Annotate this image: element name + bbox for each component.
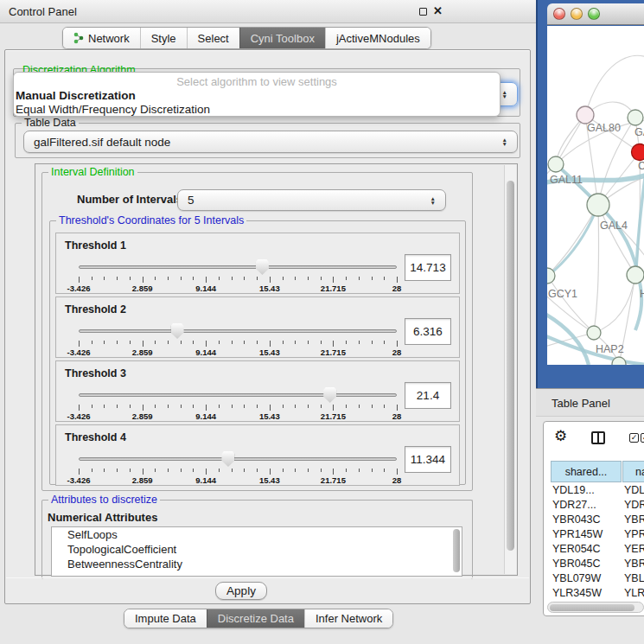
threshold-slider[interactable]: -3.4262.8599.14415.4321.71528 xyxy=(79,387,397,417)
tab-select[interactable]: Select xyxy=(187,28,239,48)
threshold-slider[interactable]: -3.4262.8599.14415.4321.71528 xyxy=(79,259,397,289)
threshold-value-field[interactable]: 11.344 xyxy=(405,446,451,473)
thresholds-group-label: Threshold's Coordinates for 5 Intervals xyxy=(56,214,246,226)
attribute-item[interactable]: TopologicalCoefficient xyxy=(52,542,462,557)
column-header-name[interactable]: na xyxy=(622,461,644,482)
slider-tick xyxy=(104,341,105,344)
gear-icon[interactable]: ⚙ xyxy=(554,427,567,445)
table-row[interactable]: YBR045CYBR0 xyxy=(544,557,644,571)
network-node-label: HAP2 xyxy=(596,343,624,355)
slider-tick-label: 21.715 xyxy=(321,411,346,421)
tab-discretize-data[interactable]: Discretize Data xyxy=(207,609,304,628)
network-window-titlebar[interactable] xyxy=(547,3,644,25)
zoom-traffic-light-icon[interactable] xyxy=(588,8,600,20)
table-row[interactable]: YBL079WYBL0 xyxy=(544,571,644,586)
slider-tick xyxy=(308,341,309,344)
threshold-slider[interactable]: -3.4262.8599.14415.4321.71528 xyxy=(79,451,397,481)
attribute-item[interactable]: BetweennessCentrality xyxy=(52,557,462,571)
attribute-item[interactable]: SelfLoops xyxy=(52,527,462,542)
slider-tick xyxy=(346,341,347,344)
select-columns-icons[interactable]: ✓ ✓ xyxy=(629,433,644,443)
table-data-combo[interactable]: galFiltered.sif default node ▲▼ xyxy=(23,131,518,153)
tab-impute-data[interactable]: Impute Data xyxy=(124,609,207,628)
tab-cyni-toolbox[interactable]: Cyni Toolbox xyxy=(239,28,325,48)
slider-tick xyxy=(397,341,398,347)
network-node-gal4[interactable] xyxy=(587,194,609,216)
table-panel-title: Table Panel xyxy=(552,397,610,410)
slider-tick xyxy=(295,405,296,408)
threshold-panel: Threshold 4 -3.4262.8599.14415.4321.7152… xyxy=(55,424,460,486)
threshold-value-field[interactable]: 14.713 xyxy=(405,254,451,281)
number-of-intervals-combo[interactable]: 5 ▲▼ xyxy=(177,189,446,211)
algorithm-option-1[interactable]: Manual Discretization xyxy=(16,89,136,102)
slider-tick xyxy=(346,277,347,280)
table-row[interactable]: YDL19...YDL1 xyxy=(544,483,644,498)
cell-name: YDR2 xyxy=(624,499,644,511)
slider-tick xyxy=(397,277,398,283)
slider-tick xyxy=(79,341,80,347)
interval-definition-label: Interval Definition xyxy=(48,166,137,178)
table-row[interactable]: YDR27...YDR2 xyxy=(544,498,644,513)
cell-name: YDL1 xyxy=(624,484,644,496)
cell-name: YBR0 xyxy=(624,558,644,570)
slider-track[interactable] xyxy=(79,265,397,269)
attributes-group: Attributes to discretize Numerical Attri… xyxy=(41,500,473,579)
slider-tick-label: 21.715 xyxy=(321,475,346,485)
network-node-hap2[interactable] xyxy=(587,326,601,340)
slider-tick xyxy=(384,277,385,280)
columns-icon[interactable] xyxy=(591,431,605,444)
algorithm-option-2[interactable]: Equal Width/Frequency Discretization xyxy=(16,103,210,116)
settings-scrollbar[interactable] xyxy=(504,165,516,574)
slider-track[interactable] xyxy=(79,393,397,397)
apply-button[interactable]: Apply xyxy=(215,582,267,600)
tab-jactivemnodules[interactable]: jActiveMNodules xyxy=(325,28,430,48)
table-hscrollbar[interactable] xyxy=(547,602,644,613)
table-row[interactable]: YBR043CYBR0 xyxy=(544,513,644,527)
slider-tick xyxy=(372,469,373,472)
list-scrollbar[interactable] xyxy=(452,529,461,575)
slider-thumb-icon[interactable] xyxy=(221,451,234,467)
close-traffic-light-icon[interactable] xyxy=(553,8,565,20)
threshold-value-field[interactable]: 6.316 xyxy=(405,318,451,345)
tab-style[interactable]: Style xyxy=(140,28,187,48)
slider-tick xyxy=(104,405,105,408)
checkbox-icon[interactable]: ✓ xyxy=(641,433,644,443)
minimize-traffic-light-icon[interactable] xyxy=(571,8,583,20)
table-row[interactable]: YER054CYER0 xyxy=(544,542,644,557)
network-node-h[interactable] xyxy=(627,266,644,284)
slider-tick xyxy=(143,469,143,475)
slider-tick xyxy=(143,341,143,347)
slider-tick xyxy=(181,469,182,472)
slider-tick xyxy=(244,469,245,472)
numerical-attributes-list[interactable]: SelfLoopsTopologicalCoefficientBetweenne… xyxy=(51,526,462,577)
network-node-ga[interactable] xyxy=(628,110,643,125)
slider-tick xyxy=(308,277,309,280)
slider-thumb-icon[interactable] xyxy=(171,323,184,339)
checkbox-icon[interactable]: ✓ xyxy=(629,433,639,443)
slider-track[interactable] xyxy=(79,457,397,461)
network-node-label: GA xyxy=(634,126,644,138)
tab-network[interactable]: Network xyxy=(63,28,140,48)
slider-track[interactable] xyxy=(79,329,397,333)
slider-thumb-icon[interactable] xyxy=(323,387,336,403)
threshold-slider[interactable]: -3.4262.8599.14415.4321.71528 xyxy=(79,323,397,353)
float-window-icon[interactable] xyxy=(419,8,427,16)
tab-infer-network[interactable]: Infer Network xyxy=(304,609,392,628)
table-row[interactable]: YPR145WYPR1 xyxy=(544,527,644,542)
table-row[interactable]: YLR345WYLR3 xyxy=(544,586,644,601)
close-icon[interactable]: ✕ xyxy=(433,4,443,17)
slider-tick-label: 2.859 xyxy=(132,411,153,421)
thresholds-group: Threshold's Coordinates for 5 Intervals … xyxy=(49,220,466,485)
network-node-c[interactable] xyxy=(632,144,644,161)
slider-tick xyxy=(193,405,194,408)
slider-tick xyxy=(79,277,80,283)
threshold-value-field[interactable]: 21.4 xyxy=(405,382,451,409)
column-header-shared-name[interactable]: shared... xyxy=(551,461,622,482)
slider-tick-label: 9.144 xyxy=(195,411,216,421)
network-canvas[interactable]: GAL80GACGAL11GAL4GCY1HHAP2 xyxy=(547,26,644,365)
slider-tick xyxy=(346,469,347,472)
network-node-gal11[interactable] xyxy=(548,156,564,172)
slider-thumb-icon[interactable] xyxy=(256,259,269,275)
network-node-gal80[interactable] xyxy=(577,106,594,124)
control-panel-header: Control Panel ✕ xyxy=(0,0,536,23)
